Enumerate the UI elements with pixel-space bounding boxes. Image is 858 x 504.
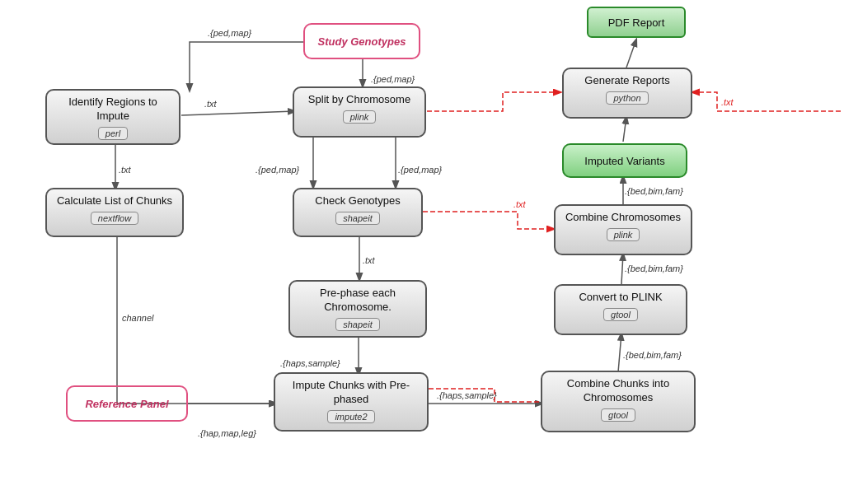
svg-text:.{ped,map}: .{ped,map} xyxy=(398,165,443,175)
convert-to-plink-label: Convert to PLINK xyxy=(562,291,679,305)
impute-chunks-node: Impute Chunks with Pre-phased impute2 xyxy=(274,372,429,432)
check-genotypes-node: Check Genotypes shapeit xyxy=(293,188,423,237)
identify-regions-badge: perl xyxy=(98,127,128,140)
svg-text:.txt: .txt xyxy=(119,165,132,175)
svg-text:.txt: .txt xyxy=(513,199,527,209)
pdf-report-label: PDF Report xyxy=(608,16,665,30)
combine-chunks-node: Combine Chunks into Chromosomes gtool xyxy=(541,371,696,432)
svg-text:.txt: .txt xyxy=(721,97,734,107)
pdf-report-node: PDF Report xyxy=(587,7,686,38)
check-genotypes-badge: shapeit xyxy=(335,212,379,225)
svg-text:.txt: .txt xyxy=(363,255,376,265)
calc-chunks-badge: nextflow xyxy=(91,212,138,225)
reference-panel-node: Reference Panel xyxy=(66,385,188,422)
combine-chromosomes-badge: plink xyxy=(607,228,640,241)
svg-text:.{ped,map}: .{ped,map} xyxy=(208,28,252,38)
split-by-chrom-badge: plink xyxy=(343,110,377,124)
generate-reports-node: Generate Reports python xyxy=(562,68,692,119)
reference-panel-label: Reference Panel xyxy=(85,398,168,412)
check-genotypes-label: Check Genotypes xyxy=(301,194,415,208)
convert-to-plink-badge: gtool xyxy=(603,308,638,321)
split-by-chrom-node: Split by Chromosome plink xyxy=(293,86,426,138)
combine-chromosomes-node: Combine Chromosomes plink xyxy=(554,204,692,255)
combine-chunks-badge: gtool xyxy=(601,408,635,422)
impute-chunks-label: Impute Chunks with Pre-phased xyxy=(282,379,420,407)
impute-chunks-badge: impute2 xyxy=(327,410,374,423)
imputed-variants-node: Imputed Variants xyxy=(562,143,687,178)
svg-text:.txt: .txt xyxy=(204,99,218,109)
combine-chromosomes-label: Combine Chromosomes xyxy=(562,211,684,225)
pre-phase-node: Pre-phase each Chromosome. shapeit xyxy=(288,280,427,338)
generate-reports-label: Generate Reports xyxy=(570,74,684,88)
study-genotypes-label: Study Genotypes xyxy=(318,35,406,49)
imputed-variants-label: Imputed Variants xyxy=(584,155,664,169)
svg-text:.{ped,map}: .{ped,map} xyxy=(256,165,300,175)
pre-phase-label: Pre-phase each Chromosome. xyxy=(297,287,419,315)
combine-chunks-label: Combine Chunks into Chromosomes xyxy=(549,377,687,405)
split-by-chrom-label: Split by Chromosome xyxy=(301,93,418,107)
calc-chunks-node: Calculate List of Chunks nextflow xyxy=(45,188,184,237)
svg-text:channel: channel xyxy=(122,313,154,323)
generate-reports-badge: python xyxy=(606,91,648,105)
pre-phase-badge: shapeit xyxy=(335,318,379,331)
svg-text:.{bed,bim,fam}: .{bed,bim,fam} xyxy=(623,350,682,360)
calc-chunks-label: Calculate List of Chunks xyxy=(54,194,176,208)
study-genotypes-node: Study Genotypes xyxy=(303,23,420,59)
svg-text:.{bed,bim,fam}: .{bed,bim,fam} xyxy=(625,264,683,273)
svg-text:.{ped,map}: .{ped,map} xyxy=(371,74,415,84)
svg-text:.{bed,bim,fam}: .{bed,bim,fam} xyxy=(625,186,683,196)
identify-regions-label: Identify Regions to Impute xyxy=(54,96,172,124)
svg-text:.{hap,map,leg}: .{hap,map,leg} xyxy=(198,428,256,438)
svg-text:.{haps,sample}: .{haps,sample} xyxy=(437,390,497,400)
convert-to-plink-node: Convert to PLINK gtool xyxy=(554,284,687,335)
identify-regions-node: Identify Regions to Impute perl xyxy=(45,89,181,145)
svg-text:.{haps,sample}: .{haps,sample} xyxy=(280,358,340,368)
